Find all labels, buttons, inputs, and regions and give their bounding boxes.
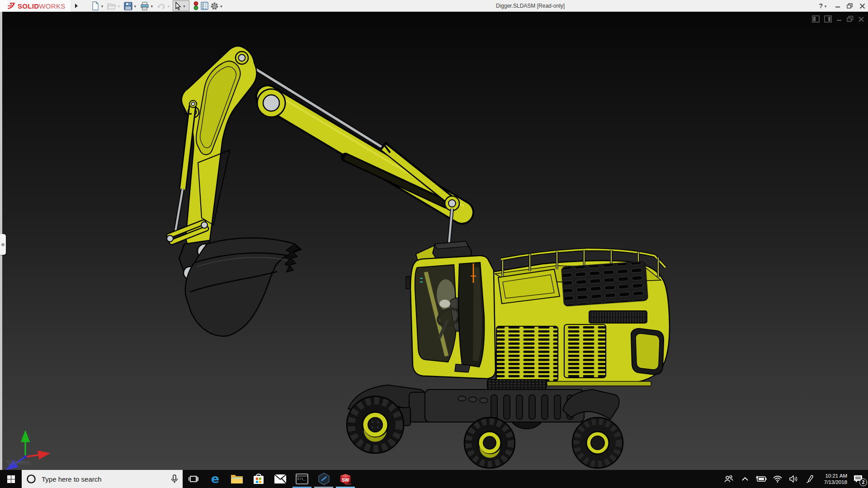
open-icon — [107, 2, 116, 10]
system-tray: 10:21 AM 7/13/2018 2 — [721, 470, 868, 488]
cab-handle — [455, 364, 470, 372]
engine-body[interactable] — [487, 249, 670, 389]
svg-text:SW: SW — [342, 478, 349, 483]
clock-time: 10:21 AM — [818, 473, 847, 479]
network-button[interactable] — [769, 470, 786, 488]
taskbar-app-command-prompt[interactable]: C:\_ — [291, 470, 313, 488]
mail-icon — [274, 474, 287, 484]
side-vent-right — [564, 324, 606, 378]
cylinder-pulley-pin — [448, 200, 456, 207]
search-input[interactable]: Type here to search — [42, 475, 165, 483]
undo-icon — [157, 2, 166, 10]
taskbar-app-solidworks[interactable]: SW 2017 — [335, 470, 356, 488]
bucket[interactable] — [185, 238, 301, 336]
svg-text:2017: 2017 — [345, 483, 351, 485]
feature-panel-collapse-tab[interactable] — [0, 234, 6, 255]
window-controls: ? ▼ — [819, 0, 865, 12]
options-button[interactable]: ▼ — [209, 0, 226, 11]
print-icon — [140, 2, 149, 10]
file-properties-icon — [201, 2, 208, 10]
options-caret-icon[interactable]: ▼ — [220, 5, 223, 9]
view-orientation-label: *Dimetric — [6, 459, 30, 466]
taskbar-app-edge[interactable]: e — [204, 470, 226, 488]
windows-ink-button[interactable] — [802, 470, 818, 488]
rear-left-wheel[interactable] — [464, 418, 515, 468]
svg-text:C:\_: C:\_ — [297, 477, 306, 481]
x-axis — [25, 454, 44, 457]
brand-light: WORKS — [39, 2, 65, 10]
rebuild-button[interactable] — [192, 0, 200, 11]
notification-badge: 2 — [859, 479, 867, 486]
save-caret-icon[interactable]: ▼ — [133, 5, 137, 9]
titlebar: SOLIDWORKS ▼ ▼ ▼ — [0, 0, 868, 12]
pen-icon — [806, 475, 814, 483]
graphics-viewport[interactable]: *Dimetric — [0, 12, 868, 470]
print-caret-icon[interactable]: ▼ — [150, 5, 154, 9]
help-caret-icon[interactable]: ▼ — [824, 5, 827, 9]
flyout-arrow-icon — [75, 3, 78, 9]
side-vent-left — [496, 326, 558, 381]
clock-date: 7/13/2018 — [818, 479, 847, 485]
engine-grille-strip — [589, 311, 647, 323]
undo-button: ▼ — [156, 0, 173, 11]
taskbar-app-mail[interactable] — [269, 470, 291, 488]
people-button[interactable] — [721, 470, 737, 488]
svg-text:e: e — [211, 473, 219, 485]
taskbar-search[interactable]: Type here to search — [22, 470, 183, 488]
mirror — [406, 277, 410, 289]
cab[interactable] — [406, 241, 495, 379]
taskbar-app-file-explorer[interactable] — [226, 470, 248, 488]
new-document-icon — [91, 1, 99, 10]
toolbar-flyout-arrow[interactable] — [72, 0, 80, 12]
start-button[interactable] — [0, 470, 22, 488]
boom-top-pin — [239, 55, 245, 61]
quick-access-toolbar: ▼ ▼ ▼ — [90, 0, 225, 12]
taskbar-app-store[interactable] — [248, 470, 269, 488]
cortana-icon — [26, 474, 36, 484]
undo-caret-icon: ▼ — [167, 5, 170, 9]
store-icon — [253, 473, 264, 485]
select-caret-icon[interactable]: ▼ — [183, 5, 186, 9]
print-button[interactable]: ▼ — [139, 0, 156, 11]
microphone-icon[interactable] — [171, 474, 178, 484]
taskbar: Type here to search e — [0, 470, 868, 488]
excavator-model[interactable] — [0, 12, 868, 470]
new-document-button[interactable]: ▼ — [90, 0, 106, 11]
brand-bold: SOLID — [18, 2, 39, 10]
task-view-icon — [189, 474, 198, 483]
select-button[interactable]: ▼ — [173, 0, 189, 11]
file-explorer-icon — [231, 474, 243, 484]
document-title: Digger.SLDASM [Read-only] — [496, 3, 565, 9]
battery-charging-icon — [756, 476, 767, 482]
volume-button[interactable] — [786, 470, 802, 488]
open-caret-icon: ▼ — [117, 5, 121, 9]
minimize-button[interactable] — [835, 3, 840, 9]
close-button[interactable] — [859, 3, 865, 9]
engine-block — [561, 262, 648, 306]
solidworks-logo-icon — [6, 2, 16, 10]
taskbar-app-hexagon[interactable] — [313, 470, 335, 488]
solidworks-logo-text: SOLIDWORKS — [18, 2, 66, 10]
open-button[interactable]: ▼ — [106, 0, 123, 11]
action-center-button[interactable]: 2 — [848, 470, 868, 488]
front-left-wheel[interactable] — [347, 396, 404, 453]
battery-button[interactable] — [753, 470, 769, 488]
help-button[interactable]: ? ▼ — [819, 2, 829, 9]
restore-button[interactable] — [847, 3, 853, 9]
speaker-icon — [789, 475, 798, 483]
solidworks-logo: SOLIDWORKS — [0, 0, 71, 12]
new-caret-icon[interactable]: ▼ — [100, 5, 104, 9]
taskbar-clock[interactable]: 10:21 AM 7/13/2018 — [818, 473, 848, 485]
file-properties-button[interactable] — [200, 0, 209, 11]
edge-icon: e — [209, 473, 222, 485]
chevron-up-icon — [741, 477, 749, 481]
command-prompt-icon: C:\_ — [296, 474, 308, 484]
options-gear-icon — [210, 2, 219, 10]
hidden-icons-button[interactable] — [737, 470, 753, 488]
save-button[interactable]: ▼ — [123, 0, 139, 11]
hexagon-app-icon — [318, 473, 330, 485]
solidworks-app-icon: SW 2017 — [339, 473, 352, 485]
task-view-button[interactable] — [183, 470, 204, 488]
people-icon — [724, 475, 733, 483]
windows-logo-icon — [7, 475, 15, 483]
